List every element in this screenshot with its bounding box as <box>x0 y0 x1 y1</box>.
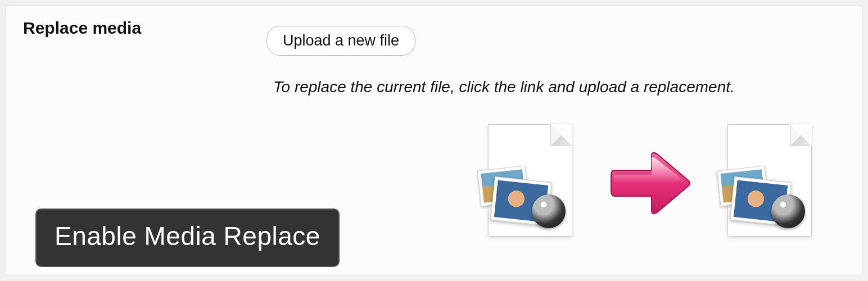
image-file-icon <box>722 124 817 242</box>
replace-illustration <box>467 119 833 248</box>
help-text: To replace the current file, click the l… <box>273 78 847 96</box>
settings-panel: Replace media Upload a new file To repla… <box>6 6 862 275</box>
upload-new-file-button[interactable]: Upload a new file <box>266 26 415 56</box>
section-label: Replace media <box>23 19 141 38</box>
plugin-title-badge: Enable Media Replace <box>35 209 340 267</box>
image-file-icon <box>482 124 578 242</box>
arrow-right-icon <box>608 147 692 220</box>
